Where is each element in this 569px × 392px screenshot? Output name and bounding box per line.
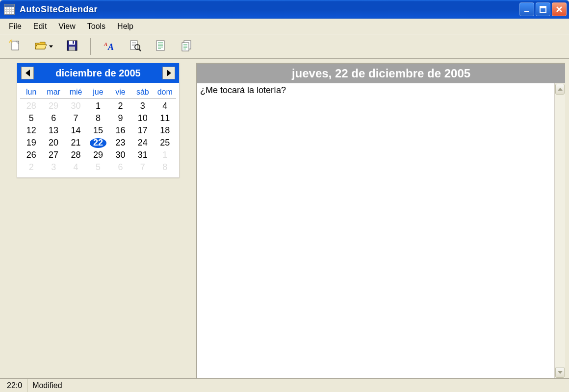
calendar-day[interactable]: 3 [131,100,154,112]
toolbar: AA [0,34,569,59]
calendar-month-title: diciembre de 2005 [55,68,140,79]
calendar-day[interactable]: 7 [65,112,87,124]
calendar-day[interactable]: 18 [154,124,176,137]
calendar-dow-header: mar [42,85,64,99]
vertical-scrollbar[interactable] [554,83,565,378]
svg-text:A: A [103,41,107,47]
calendar-day[interactable]: 6 [109,161,131,173]
save-floppy-icon [66,40,78,53]
calendar-day[interactable]: 7 [131,161,154,173]
open-button[interactable] [32,38,55,55]
calendar-day[interactable]: 23 [109,137,131,149]
calendar-day[interactable]: 30 [65,100,87,112]
scroll-down-button[interactable] [555,367,565,378]
status-modified: Modified [27,379,567,392]
calendar-grid: lunmarmiéjueviesábdom2829301234567891011… [17,83,179,177]
calendar-day[interactable]: 5 [20,112,42,124]
menu-tools[interactable]: Tools [82,20,110,33]
title-bar: AutoSiteCalendar [0,0,569,19]
multi-page-button[interactable] [178,38,194,55]
calendar-dow-header: jue [87,85,109,99]
chevron-down-icon [558,371,563,374]
calendar-dow-header: dom [154,85,176,99]
calendar-day[interactable]: 6 [42,112,64,124]
editor-area [197,83,565,378]
minimize-button[interactable] [519,2,534,16]
calendar-day[interactable]: 28 [65,149,87,161]
calendar-day[interactable]: 28 [20,100,42,112]
calendar-day[interactable]: 8 [154,161,176,173]
new-document-button[interactable] [7,38,24,55]
calendar-day[interactable]: 4 [65,161,87,173]
calendar-day[interactable]: 9 [109,112,131,124]
svg-rect-5 [69,41,75,45]
right-pane: jueves, 22 de diciembre de 2005 [196,63,565,378]
calendar-day[interactable]: 29 [87,149,109,161]
calendar-day[interactable]: 24 [131,137,154,149]
calendar-day[interactable]: 11 [154,112,176,124]
entry-text-editor[interactable] [197,83,554,378]
calendar-day[interactable]: 19 [20,137,42,149]
calendar-header: diciembre de 2005 [17,63,179,83]
calendar-day[interactable]: 1 [87,100,109,112]
calendar-day[interactable]: 12 [20,124,42,137]
calendar-day[interactable]: 1 [154,149,176,161]
calendar-day[interactable]: 4 [154,100,176,112]
chevron-right-icon [167,70,171,76]
calendar-day[interactable]: 2 [20,161,42,173]
svg-text:A: A [107,42,114,52]
calendar-day[interactable]: 21 [65,137,87,149]
menu-view[interactable]: View [53,20,80,33]
new-document-icon [9,39,22,53]
page-setup-button[interactable] [152,38,169,55]
maximize-button[interactable] [536,2,550,16]
calendar-day[interactable]: 10 [131,112,154,124]
calendar-dow-header: lun [20,85,42,99]
save-button[interactable] [64,38,80,55]
entry-date-header: jueves, 22 de diciembre de 2005 [197,64,565,83]
preview-button[interactable] [127,38,143,55]
chevron-left-icon [26,70,30,76]
menu-file[interactable]: File [4,20,26,33]
menu-bar: File Edit View Tools Help [0,19,569,34]
svg-rect-0 [524,11,529,12]
svg-line-15 [139,49,141,51]
calendar-day[interactable]: 15 [87,124,109,137]
calendar-day[interactable]: 5 [87,161,109,173]
calendar-day-selected[interactable]: 22 [87,137,109,149]
svg-rect-7 [73,41,74,44]
window-title: AutoSiteCalendar [20,4,519,15]
calendar-day[interactable]: 20 [42,137,64,149]
scroll-up-button[interactable] [555,84,565,95]
status-bar: 22:0 Modified [0,378,569,392]
calendar-day[interactable]: 29 [42,100,64,112]
next-month-button[interactable] [162,67,175,79]
calendar-day[interactable]: 25 [154,137,176,149]
calendar-day[interactable]: 3 [42,161,64,173]
svg-rect-23 [182,43,189,51]
calendar-day[interactable]: 27 [42,149,64,161]
open-folder-icon [34,39,47,53]
font-style-button[interactable]: AA [101,38,118,55]
calendar-dow-header: mié [65,85,87,99]
month-calendar: diciembre de 2005 lunmarmiéjueviesábdom2… [17,63,180,178]
calendar-day[interactable]: 26 [20,149,42,161]
page-icon [154,39,167,53]
menu-edit[interactable]: Edit [28,20,52,33]
status-cursor-pos: 22:0 [2,379,27,392]
close-button[interactable] [552,2,567,16]
calendar-day[interactable]: 17 [131,124,154,137]
calendar-dow-header: vie [109,85,131,99]
calendar-app-icon [4,4,15,15]
calendar-day[interactable]: 14 [65,124,87,137]
calendar-day[interactable]: 16 [109,124,131,137]
font-style-icon: AA [103,39,116,53]
toolbar-separator [90,38,91,55]
menu-help[interactable]: Help [112,20,138,33]
calendar-day[interactable]: 2 [109,100,131,112]
calendar-day[interactable]: 13 [42,124,64,137]
calendar-day[interactable]: 8 [87,112,109,124]
calendar-day[interactable]: 31 [131,149,154,161]
prev-month-button[interactable] [21,67,34,79]
calendar-day[interactable]: 30 [109,149,131,161]
